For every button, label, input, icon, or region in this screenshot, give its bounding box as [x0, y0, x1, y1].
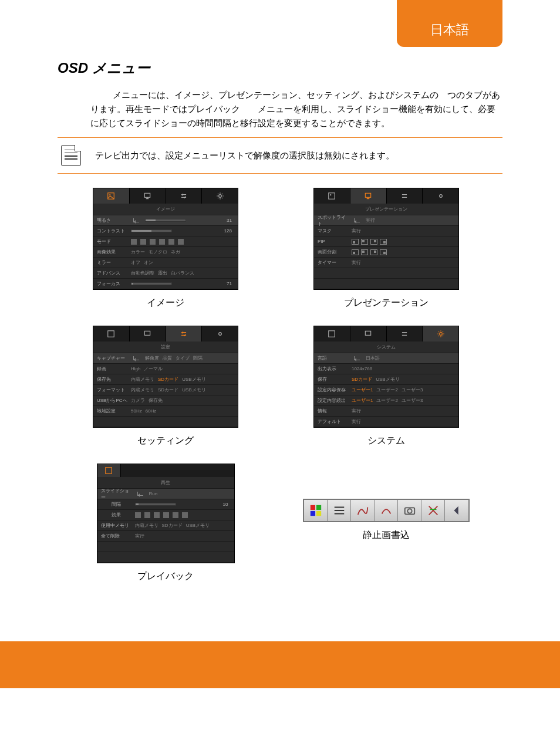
- opt: USBメモリ: [182, 376, 205, 383]
- row-capture[interactable]: キャプチャー 解像度 品質 タイプ 間隔: [93, 353, 238, 364]
- row-slideshow[interactable]: スライドショー Run: [97, 489, 234, 499]
- svg-rect-15: [310, 505, 315, 510]
- opt: オフ: [131, 259, 140, 266]
- row-region[interactable]: 地域設定 50Hz 60Hz: [93, 406, 238, 417]
- tool-colors[interactable]: [304, 500, 328, 521]
- opt: ネガ: [171, 249, 180, 255]
- tab-system[interactable]: [202, 326, 238, 341]
- tab-presentation[interactable]: [350, 326, 387, 341]
- row-output[interactable]: 出力表示 1024x768: [314, 364, 458, 374]
- tool-lines[interactable]: [328, 500, 351, 521]
- row-split[interactable]: 画面分割: [314, 247, 458, 258]
- image-osd-panel: イメージ 明るさ 31 コントラスト 128 モード: [93, 188, 238, 290]
- label: 設定内容保存: [318, 387, 348, 393]
- row-empty: [314, 268, 458, 279]
- opt: カラー: [131, 249, 145, 255]
- row-info[interactable]: 情報 実行: [314, 406, 458, 417]
- caption-annotation: 静止画書込: [303, 529, 470, 542]
- tab-playback[interactable]: [97, 464, 121, 477]
- row-savecfg[interactable]: 設定内容保存 ユーザー1 ユーザー2 ユーザー3: [314, 385, 458, 395]
- title-suffix: メニュー: [88, 60, 150, 76]
- row-interval[interactable]: 間隔 10: [97, 499, 234, 510]
- opt: 実行: [352, 418, 361, 425]
- row-record[interactable]: 録画 High ノーマル: [93, 364, 238, 374]
- label: 言語: [318, 355, 348, 361]
- tab-system[interactable]: [423, 326, 458, 341]
- label: 全て削除: [101, 533, 131, 539]
- system-panel-block: システム 言語 日本語 出力表示 1024x768 保存 SDカード USBメモ…: [303, 326, 470, 447]
- opt: 日本語: [366, 355, 380, 361]
- row-advance[interactable]: アドバンス 自動色調整 露出 白バランス: [93, 268, 238, 279]
- enter-icon: [137, 492, 143, 496]
- row-mirror[interactable]: ミラー オフ オン: [93, 258, 238, 268]
- tab-image[interactable]: [314, 188, 350, 204]
- opt: ユーザー3: [402, 397, 423, 404]
- label: 明るさ: [97, 217, 127, 224]
- tool-erase[interactable]: [421, 500, 445, 521]
- tab-system[interactable]: [202, 188, 238, 204]
- opt: 保存先: [149, 397, 163, 404]
- svg-point-7: [439, 195, 442, 198]
- tab-image[interactable]: [93, 188, 130, 204]
- setting-panel-block: 設定 キャプチャー 解像度 品質 タイプ 間隔 録画 High ノーマル 保存先…: [93, 326, 238, 447]
- tab-image[interactable]: [93, 326, 130, 341]
- intro-text: メニューには、イメージ、プレゼンテーション、セッティング、およびシステムの つの…: [58, 88, 502, 130]
- tab-image[interactable]: [314, 326, 350, 341]
- row-save[interactable]: 保存 SDカード USBメモリ: [314, 374, 458, 385]
- row-focus[interactable]: フォーカス 71: [93, 279, 238, 289]
- row-usbpc[interactable]: USBからPCへ カメラ 保存先: [93, 395, 238, 406]
- label: PIP: [318, 239, 348, 244]
- row-mode[interactable]: モード: [93, 236, 238, 247]
- svg-rect-11: [329, 331, 335, 337]
- tool-camera[interactable]: [398, 500, 421, 521]
- label: 設定内容続出: [318, 397, 348, 404]
- row-timer[interactable]: タイマー 実行: [314, 258, 458, 268]
- row-effect[interactable]: 効果: [97, 510, 234, 520]
- interval-slider[interactable]: [135, 503, 176, 506]
- opt: オン: [144, 259, 153, 266]
- focus-slider[interactable]: [131, 282, 172, 285]
- opt: ユーザー2: [376, 387, 397, 393]
- label: キャプチャー: [97, 355, 127, 361]
- row-contrast[interactable]: コントラスト 128: [93, 226, 238, 236]
- tool-freehand[interactable]: [351, 500, 375, 521]
- row-pip[interactable]: PIP: [314, 236, 458, 247]
- tab-presentation[interactable]: [350, 188, 387, 204]
- row-empty: [97, 542, 234, 552]
- row-delall[interactable]: 全て削除 実行: [97, 531, 234, 542]
- opt: 解像度: [145, 355, 159, 361]
- tab-presentation[interactable]: [130, 326, 166, 341]
- tab-setting[interactable]: [166, 188, 203, 204]
- row-mask[interactable]: マスク 実行: [314, 226, 458, 236]
- opt: High: [131, 366, 140, 371]
- opt: USBメモリ: [182, 387, 205, 393]
- tab-setting[interactable]: [387, 326, 423, 341]
- label: 出力表示: [318, 366, 348, 372]
- opt: 実行: [366, 217, 375, 224]
- tab-system[interactable]: [423, 188, 458, 204]
- row-format[interactable]: フォーマット 内蔵メモリ SDカード USBメモリ: [93, 385, 238, 395]
- tool-back[interactable]: [445, 500, 468, 521]
- note-icon: [61, 145, 81, 166]
- row-spotlight[interactable]: スポットライト 実行: [314, 215, 458, 226]
- row-effect[interactable]: 画像効果 カラー モノクロ ネガ: [93, 247, 238, 258]
- brightness-slider[interactable]: [145, 219, 186, 222]
- row-lang[interactable]: 言語 日本語: [314, 353, 458, 364]
- row-loadcfg[interactable]: 設定内容続出 ユーザー1 ユーザー2 ユーザー3: [314, 395, 458, 406]
- row-usedmem[interactable]: 使用中メモリ 内蔵メモリ SDカード USBメモリ: [97, 520, 234, 531]
- row-saveto[interactable]: 保存先 内蔵メモリ SDカード USBメモリ: [93, 374, 238, 385]
- row-default[interactable]: デフォルト 実行: [314, 417, 458, 427]
- label: モード: [97, 238, 127, 245]
- svg-rect-12: [365, 331, 370, 335]
- contrast-slider[interactable]: [131, 229, 172, 232]
- row-brightness[interactable]: 明るさ 31: [93, 215, 238, 226]
- tab-setting[interactable]: [387, 188, 423, 204]
- tool-curve[interactable]: [375, 500, 398, 521]
- tab-presentation[interactable]: [130, 188, 166, 204]
- label: 情報: [318, 408, 348, 414]
- tab-setting[interactable]: [166, 326, 203, 341]
- label: 地域設定: [97, 408, 127, 414]
- opt: ノーマル: [144, 366, 163, 372]
- opt: Run: [149, 491, 158, 496]
- opt: 間隔: [193, 355, 203, 361]
